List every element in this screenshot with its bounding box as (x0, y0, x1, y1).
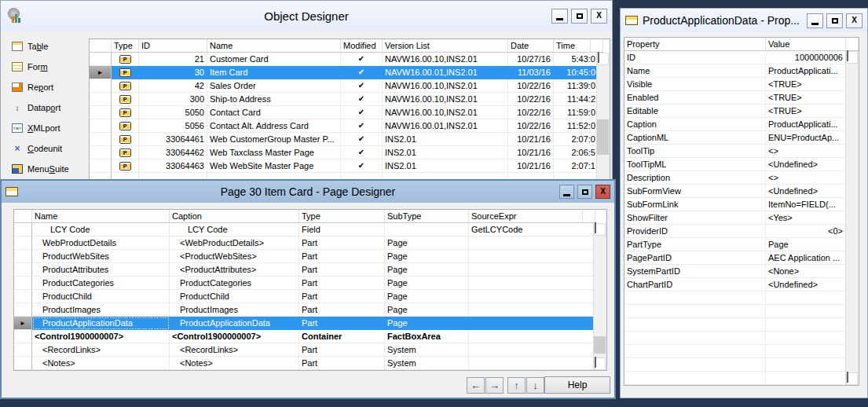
close-button[interactable]: X (591, 9, 607, 24)
sidebar-item-xmlport[interactable]: <a>XMLport (12, 122, 89, 134)
property-value[interactable]: ProductApplicati... (766, 64, 846, 78)
property-value[interactable]: <None> (766, 265, 846, 278)
close-button[interactable]: X (846, 13, 863, 28)
property-value[interactable]: <TRUE> (766, 104, 846, 118)
column-header-caption[interactable]: Caption (170, 210, 299, 223)
table-row[interactable]: <Control1900000007><Control1900000007>Co… (14, 330, 606, 343)
property-row[interactable]: PartTypePage (624, 238, 859, 251)
table-row[interactable]: P33064462Web Taxclass Master Page✔INS2.0… (90, 146, 610, 160)
close-button[interactable]: X (595, 185, 610, 199)
move-down-button[interactable]: ↓ (526, 377, 544, 394)
table-row[interactable]: ProductChildProductChildPartPage (14, 290, 606, 303)
sidebar-item-form[interactable]: Form (12, 60, 89, 73)
property-value[interactable]: <0> (766, 225, 846, 238)
property-row[interactable]: SubFormLinkItemNo=FIELD(... (624, 198, 859, 211)
table-row[interactable]: WebProductDetails<WebProductDetails>Part… (14, 236, 606, 250)
table-row[interactable]: ProductCategoriesProductCategoriesPartPa… (14, 277, 606, 290)
column-header-time[interactable]: Time (554, 39, 591, 53)
column-header-id[interactable]: ID (139, 39, 207, 53)
maximize-button[interactable] (826, 13, 843, 28)
table-row[interactable]: P33064463Web WebSite Master Page✔INS2.01… (90, 160, 610, 173)
sidebar-item-table[interactable]: Table (12, 40, 89, 53)
sidebar-item-codeunit[interactable]: ×Codeunit (12, 142, 89, 155)
move-up-button[interactable]: ↑ (507, 377, 526, 394)
table-row[interactable]: <RecordLinks><RecordLinks>PartSystem (14, 343, 606, 357)
scrollbar-thumb[interactable] (597, 119, 609, 155)
property-value[interactable]: AEC Application ... (766, 251, 846, 265)
help-button[interactable]: Help (544, 376, 610, 394)
table-row[interactable]: P33064461Web CustomerGroup Master P...✔I… (90, 133, 610, 146)
property-value[interactable]: <Undefined> (766, 158, 846, 171)
maximize-button[interactable] (577, 185, 592, 199)
object-designer-titlebar[interactable]: Object Designer X (1, 1, 612, 31)
scroll-up-icon[interactable] (597, 53, 609, 65)
column-header-version[interactable]: Version List (383, 39, 508, 53)
scroll-down-icon[interactable] (846, 372, 858, 385)
column-header-name[interactable]: Name (207, 39, 341, 53)
table-row[interactable]: P21Customer Card✔NAVW16.00.10,INS2.0110/… (90, 53, 610, 66)
property-row[interactable]: Editable<TRUE> (624, 104, 859, 118)
property-row[interactable]: CaptionMLENU=ProductAp... (624, 131, 859, 145)
property-row[interactable]: ToolTip<> (624, 145, 859, 158)
property-value[interactable]: <TRUE> (766, 91, 846, 104)
column-header-type[interactable]: Type (112, 39, 139, 53)
minimize-button[interactable] (551, 9, 568, 24)
property-row[interactable]: CaptionProductApplicati... (624, 118, 859, 131)
minimize-button[interactable] (559, 185, 574, 199)
property-row[interactable]: ToolTipML<Undefined> (624, 158, 859, 171)
column-header-value[interactable]: Value (766, 38, 846, 51)
scroll-up-icon[interactable] (594, 223, 606, 236)
property-row[interactable]: NameProductApplicati... (624, 64, 859, 78)
property-value[interactable]: ItemNo=FIELD(... (766, 198, 846, 211)
table-row[interactable]: P300Ship-to Address✔NAVW16.00.10,INS2.01… (90, 93, 610, 106)
property-value[interactable]: <TRUE> (766, 78, 846, 91)
table-row[interactable]: ProductAttributes<ProductAttributes>Part… (14, 263, 606, 277)
property-value[interactable]: ENU=ProductAp... (766, 131, 846, 145)
scrollbar-thumb[interactable] (594, 336, 606, 354)
column-header-subtype[interactable]: SubType (385, 210, 469, 223)
table-row[interactable]: ►P30Item Card✔NAVW16.00.01,INS2.0111/03/… (90, 66, 610, 79)
property-value[interactable]: <Yes> (766, 211, 846, 225)
sidebar-item-menusuite[interactable]: MenuSuite (12, 163, 89, 175)
column-header-type[interactable]: Type (299, 210, 385, 223)
maximize-button[interactable] (571, 9, 588, 24)
scroll-up-icon[interactable] (846, 51, 858, 64)
table-row[interactable]: <Notes><Notes>PartSystem (14, 357, 606, 370)
property-row[interactable]: Visible<TRUE> (624, 78, 859, 91)
object-list-scrollbar[interactable] (596, 53, 610, 181)
property-row[interactable]: ChartPartID<Undefined> (624, 278, 859, 292)
property-row[interactable]: Enabled<TRUE> (624, 91, 859, 104)
minimize-button[interactable] (807, 13, 823, 28)
property-value[interactable]: <Undefined> (766, 185, 846, 198)
column-header-name[interactable]: Name (32, 210, 170, 223)
scroll-down-icon[interactable] (594, 358, 606, 370)
property-row[interactable]: SystemPartID<None> (624, 265, 859, 278)
property-grid-scrollbar[interactable] (845, 51, 859, 385)
properties-titlebar[interactable]: ProductApplicationData - Prop... X (621, 9, 867, 32)
table-row[interactable]: LCY CodeLCY CodeFieldGetLCYCode (14, 223, 606, 236)
move-right-button[interactable]: → (485, 377, 504, 394)
property-row[interactable]: Description<> (624, 171, 859, 185)
page-designer-titlebar[interactable]: Page 30 Item Card - Page Designer X (2, 181, 614, 203)
property-row[interactable]: PagePartIDAEC Application ... (624, 251, 859, 265)
column-header-sourceexpr[interactable]: SourceExpr (469, 210, 583, 223)
table-row[interactable]: P5056Contact Alt. Address Card✔NAVW16.00… (90, 119, 610, 133)
property-value[interactable]: ProductApplicati... (766, 118, 846, 131)
property-row[interactable]: SubFormView<Undefined> (624, 185, 859, 198)
table-row[interactable]: ►ProductApplicationDataProductApplicatio… (14, 317, 606, 330)
table-row[interactable]: ProductImagesProductImagesPartPage (14, 303, 606, 317)
property-value[interactable]: <> (766, 145, 846, 158)
property-value[interactable]: <Undefined> (766, 278, 846, 292)
property-row[interactable]: ShowFilter<Yes> (624, 211, 859, 225)
move-left-button[interactable]: ← (467, 377, 485, 394)
column-header-date[interactable]: Date (508, 39, 554, 53)
table-row[interactable]: ProductWebSites<ProductWebSites>PartPage (14, 250, 606, 263)
table-row[interactable]: P5050Contact Card✔NAVW16.00.10,INS2.0110… (90, 106, 610, 119)
property-row[interactable]: ID1000000006 (624, 51, 859, 64)
sidebar-item-dataport[interactable]: ↕Dataport (12, 101, 89, 114)
property-row[interactable]: ProviderID<0> (624, 225, 859, 238)
property-value[interactable]: 1000000006 (766, 51, 846, 64)
column-header-property[interactable]: Property (624, 38, 766, 51)
property-value[interactable]: <> (766, 171, 846, 185)
sidebar-item-report[interactable]: Report (12, 81, 89, 94)
